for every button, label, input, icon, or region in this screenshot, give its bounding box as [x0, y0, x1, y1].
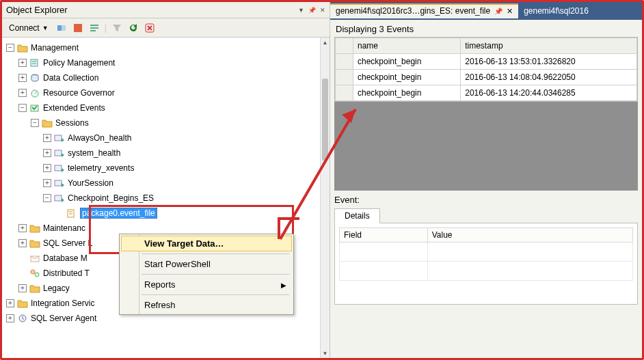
grid-corner — [336, 38, 353, 54]
submenu-arrow-icon: ▶ — [281, 281, 286, 288]
session-running-icon — [54, 133, 65, 143]
tree-node-package0-event-file[interactable]: package0.event_file — [6, 206, 320, 221]
folder-icon — [29, 283, 40, 294]
table-row[interactable]: checkpoint_begin 2016-06-13 13:53:01.332… — [336, 54, 637, 70]
collapse-icon[interactable]: − — [18, 104, 27, 112]
svg-rect-3 — [90, 25, 98, 26]
tree-node-alwayson-health[interactable]: + AlwaysOn_health — [6, 130, 320, 146]
expand-icon[interactable]: + — [43, 149, 51, 157]
column-header-field[interactable]: Field — [340, 228, 428, 243]
tree-node-extended-events[interactable]: − Extended Events — [6, 100, 320, 115]
filter-list-icon[interactable] — [88, 22, 100, 34]
tree-node-sessions[interactable]: − Sessions — [6, 115, 320, 130]
column-header-name[interactable]: name — [353, 38, 461, 54]
collapse-icon[interactable]: − — [31, 119, 39, 127]
database-mail-icon — [29, 253, 40, 264]
menu-item-start-powershell[interactable]: Start PowerShell — [121, 256, 292, 272]
object-explorer-titlebar: Object Explorer ▼ 📌 ✕ — [2, 2, 330, 18]
policy-icon — [29, 57, 40, 68]
svg-rect-5 — [90, 30, 96, 31]
collapse-icon[interactable]: − — [6, 44, 14, 52]
folder-icon — [29, 238, 40, 249]
session-running-icon — [54, 193, 65, 204]
expand-icon[interactable]: + — [43, 134, 51, 142]
collapse-icon[interactable]: − — [43, 194, 51, 202]
tree-node-your-session[interactable]: + YourSession — [6, 176, 320, 191]
expand-icon[interactable]: + — [18, 284, 27, 292]
tree-node-system-health[interactable]: + system_health — [6, 146, 320, 161]
svg-rect-4 — [90, 27, 98, 29]
column-header-timestamp[interactable]: timestamp — [461, 38, 637, 54]
session-running-icon — [54, 148, 65, 158]
folder-icon — [29, 223, 40, 234]
pin-icon[interactable]: 📌 — [494, 8, 502, 15]
session-running-icon — [54, 178, 65, 189]
svg-rect-12 — [55, 150, 62, 156]
dropdown-arrow-icon[interactable]: ▼ — [298, 7, 304, 14]
tree-node-management[interactable]: − Management — [6, 40, 320, 55]
grid-empty-area — [334, 102, 638, 191]
connect-button[interactable]: Connect▼ — [6, 23, 51, 33]
expand-icon[interactable]: + — [18, 74, 27, 82]
tree-node-selected-label: package0.event_file — [80, 208, 157, 219]
filter-icon[interactable] — [111, 22, 123, 34]
pin-icon[interactable]: 📌 — [308, 7, 316, 14]
table-row[interactable]: checkpoint_begin 2016-06-13 14:08:04.962… — [336, 70, 637, 85]
events-grid[interactable]: name timestamp checkpoint_begin 2016-06-… — [334, 37, 638, 102]
table-row[interactable]: checkpoint_begin 2016-06-13 14:20:44.034… — [336, 85, 637, 101]
tree-node-policy-management[interactable]: + Policy Management — [6, 55, 320, 70]
tree-node-checkpoint-begins-es[interactable]: − Checkpoint_Begins_ES — [6, 191, 320, 206]
menu-item-reports[interactable]: Reports ▶ — [121, 277, 292, 292]
svg-rect-13 — [55, 165, 62, 171]
dtc-icon — [29, 268, 40, 279]
disconnect-icon[interactable] — [55, 22, 68, 34]
svg-rect-2 — [74, 24, 82, 32]
displaying-events-label: Displaying 3 Events — [330, 20, 642, 37]
svg-rect-15 — [55, 195, 62, 201]
tree-node-resource-governor[interactable]: + Resource Governor — [6, 85, 320, 100]
expand-icon[interactable]: + — [43, 179, 51, 187]
expand-icon[interactable]: + — [6, 314, 14, 322]
tree-node-data-collection[interactable]: + Data Collection — [6, 70, 320, 85]
expand-icon[interactable]: + — [18, 89, 27, 97]
expand-icon[interactable]: + — [18, 239, 27, 247]
tree-node-telemetry-xevents[interactable]: + telemetry_xevents — [6, 161, 320, 176]
expand-icon[interactable]: + — [43, 164, 51, 172]
column-header-value[interactable]: Value — [427, 228, 632, 243]
resource-governor-icon — [29, 87, 40, 98]
data-collection-icon — [29, 72, 40, 83]
svg-rect-7 — [31, 59, 38, 66]
object-explorer-toolbar: Connect▼ | — [2, 18, 330, 38]
cancel-refresh-icon[interactable] — [144, 22, 156, 34]
svg-rect-1 — [62, 25, 66, 31]
session-running-icon — [54, 163, 65, 174]
agent-icon — [17, 313, 28, 324]
tab-details[interactable]: Details — [334, 208, 380, 223]
svg-rect-11 — [55, 135, 62, 141]
svg-rect-0 — [57, 25, 62, 31]
object-explorer-title: Object Explorer — [6, 5, 68, 15]
folder-icon — [42, 117, 53, 128]
svg-point-18 — [31, 270, 35, 274]
close-icon[interactable]: ✕ — [320, 7, 325, 14]
expand-icon[interactable]: + — [6, 299, 14, 307]
details-panel: Field Value — [334, 223, 638, 305]
context-menu: View Target Data… Start PowerShell Repor… — [119, 234, 294, 315]
menu-item-view-target-data[interactable]: View Target Data… — [121, 236, 292, 251]
svg-point-19 — [35, 273, 39, 277]
menu-item-refresh[interactable]: Refresh — [121, 297, 292, 313]
event-file-target-icon — [66, 208, 77, 219]
tab-secondary[interactable]: genemi4f\sql2016 — [518, 3, 594, 18]
stop-icon[interactable] — [72, 22, 84, 34]
expand-icon[interactable]: + — [18, 59, 27, 67]
expand-icon[interactable]: + — [18, 224, 27, 232]
tab-event-file[interactable]: genemi4f\sql2016rc3…gins_ES: event_file … — [330, 3, 518, 18]
extended-events-icon — [29, 102, 40, 113]
close-icon[interactable]: ✕ — [507, 7, 513, 16]
refresh-icon[interactable] — [127, 22, 139, 34]
folder-icon — [17, 42, 28, 53]
event-label: Event: — [334, 195, 638, 205]
tree-scrollbar[interactable]: ▲ ▼ — [320, 38, 330, 358]
svg-rect-14 — [55, 180, 62, 186]
table-row — [340, 243, 633, 262]
